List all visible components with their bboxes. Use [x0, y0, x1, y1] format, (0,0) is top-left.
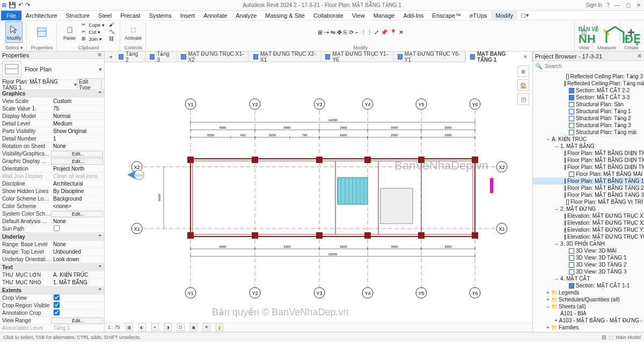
- worksets-icon[interactable]: ⛓: [602, 335, 606, 340]
- home-icon[interactable]: 🏠: [517, 79, 529, 91]
- rotate-icon[interactable]: ⟳: [349, 29, 354, 36]
- properties-button[interactable]: [33, 21, 50, 43]
- property-row[interactable]: Range: Base LevelNone: [0, 241, 104, 248]
- minimize-icon[interactable]: —: [614, 2, 620, 9]
- expand-icon[interactable]: –: [554, 276, 559, 282]
- property-row[interactable]: View ScaleCustom: [0, 98, 104, 105]
- tree-node[interactable]: Floor Plan: MẶT BẰNG DIỆN TÍCH PHÒI: [533, 150, 644, 157]
- modify-tool-button[interactable]: Modify: [5, 21, 23, 43]
- property-row[interactable]: Color Scheme<none>: [0, 203, 104, 210]
- view-tab[interactable]: MẶT BẰNG TẦNG 1✕: [465, 49, 532, 64]
- expand-icon[interactable]: +: [546, 331, 550, 332]
- tabs-scroll-left-icon[interactable]: ◂: [107, 53, 114, 60]
- qat-save-icon[interactable]: 💾: [9, 2, 16, 9]
- tree-node[interactable]: Elevation: MẶT ĐỨNG TRỤC X2-X1: [533, 219, 644, 226]
- tree-node[interactable]: Floor Plan: MẶT BẰNG TẦNG 3: [533, 191, 644, 198]
- tree-node[interactable]: 3D View: 3D MÁI: [533, 247, 644, 254]
- menu-steel[interactable]: Steel: [94, 11, 116, 20]
- properties-close-icon[interactable]: ✕: [97, 51, 102, 58]
- menu-annotate[interactable]: Annotate: [199, 11, 231, 20]
- tree-node[interactable]: Section: MẶT CẮT 1-1: [533, 282, 644, 289]
- property-row[interactable]: Color Scheme LocationBackground: [0, 195, 104, 203]
- property-row[interactable]: Associated LevelTầng 1: [0, 324, 104, 332]
- delete-icon[interactable]: ✕: [399, 29, 404, 36]
- demolish-button[interactable]: 🔨: [108, 29, 116, 35]
- property-row[interactable]: Visibility/Graphics Overr…Edit...: [0, 150, 104, 158]
- menu-systems[interactable]: Systems: [144, 11, 175, 20]
- property-row[interactable]: Detail LevelMedium: [0, 120, 104, 128]
- array-icon[interactable]: ⋮⋮: [361, 29, 372, 36]
- tree-node[interactable]: Structural Plan: Tầng 1: [533, 108, 644, 115]
- tree-node[interactable]: Elevation: MẶT ĐỨNG TRỤC Y1-Y6: [533, 226, 644, 233]
- crop-view-icon[interactable]: ⊡: [177, 323, 185, 331]
- expand-icon[interactable]: –: [546, 136, 550, 142]
- hide-isolate-icon[interactable]: 👁: [203, 323, 210, 331]
- help-icon[interactable]: ?: [606, 2, 610, 8]
- menu-modify[interactable]: Modify: [492, 11, 517, 20]
- tree-node[interactable]: –A. KIẾN TRÚC: [533, 136, 644, 143]
- tree-node[interactable]: Floor Plan: MẶT BẰNG TẦNG 2: [533, 184, 644, 191]
- tree-node[interactable]: –2. MẶT ĐỨNG: [533, 205, 644, 212]
- type-selector[interactable]: Floor Plan ▾: [0, 59, 104, 80]
- cut-button[interactable]: ✂Cut ▾: [80, 29, 106, 35]
- property-row[interactable]: THƯ MỤC NHỎ1. MẶT BẰNG: [0, 279, 104, 286]
- split-button[interactable]: ⛓: [108, 36, 116, 42]
- viewcube-icon[interactable]: ◳: [517, 93, 529, 105]
- property-row[interactable]: Rotation on SheetNone: [0, 143, 104, 150]
- property-row[interactable]: Scale Value 1:75: [0, 105, 104, 113]
- visual-style-icon[interactable]: ◐: [138, 323, 146, 331]
- property-row[interactable]: Display ModelNormal: [0, 113, 104, 120]
- property-row[interactable]: Parts VisibilityShow Original: [0, 128, 104, 135]
- property-row[interactable]: Crop View: [0, 294, 104, 302]
- tree-node[interactable]: –4. MẶT CẮT: [533, 275, 644, 282]
- tree-node[interactable]: Floor Plan: MẶT BẰNG VỊ TRÍ: [533, 198, 644, 205]
- property-row[interactable]: OrientationProject North: [0, 165, 104, 173]
- signin-link[interactable]: Sign In: [586, 2, 602, 8]
- scale-icon[interactable]: ⤢: [374, 29, 379, 36]
- view-tab[interactable]: MẶT ĐỨNG TRỤC Y1-Y6: [321, 49, 393, 64]
- tree-node[interactable]: Structural Plan: Tầng mái: [533, 129, 644, 136]
- browser-close-icon[interactable]: ✕: [637, 53, 642, 60]
- tree-node[interactable]: +📁Legends: [533, 289, 644, 296]
- expand-icon[interactable]: +: [546, 290, 550, 296]
- tree-node[interactable]: Floor Plan: MẶT BẰNG DIỆN TÍCH SÀN: [533, 164, 644, 171]
- menu-etups[interactable]: eTUps: [465, 11, 491, 20]
- close-icon[interactable]: ✕: [635, 2, 642, 9]
- expand-icon[interactable]: –: [546, 304, 550, 309]
- property-row[interactable]: View RangeEdit...: [0, 317, 104, 324]
- unpin-icon[interactable]: 📍: [390, 29, 397, 36]
- menu-insert[interactable]: Insert: [176, 11, 200, 20]
- view-tab[interactable]: Tầng 3: [145, 49, 177, 64]
- property-row[interactable]: System Color SchemesEdit...: [0, 210, 104, 218]
- move-icon[interactable]: ✥: [337, 29, 342, 36]
- property-row[interactable]: Underlay OrientationLook down: [0, 256, 104, 263]
- property-row[interactable]: DisciplineArchitectural: [0, 180, 104, 188]
- property-row[interactable]: Crop Region Visible: [0, 302, 104, 309]
- maximize-icon[interactable]: ▢: [625, 2, 631, 9]
- tree-node[interactable]: –1. MẶT BẰNG: [533, 143, 644, 150]
- tree-node[interactable]: Reflected Ceiling Plan: Tầng 3: [533, 73, 644, 80]
- menu-analyze[interactable]: Analyze: [231, 11, 261, 20]
- tree-node[interactable]: Floor Plan: MẶT BẰNG MÁI: [533, 171, 644, 178]
- navwheel-icon[interactable]: ⊕: [517, 65, 529, 77]
- expand-icon[interactable]: –: [554, 206, 559, 212]
- menu-architecture[interactable]: Architecture: [21, 11, 62, 20]
- activate-button[interactable]: ⬚ Activate: [125, 21, 142, 43]
- detail-level-icon[interactable]: ▦: [126, 323, 133, 331]
- file-menu[interactable]: File: [1, 11, 21, 20]
- menu-addins[interactable]: Add-Ins: [399, 11, 428, 20]
- menu-precast[interactable]: Precast: [116, 11, 144, 20]
- property-row[interactable]: Wall Join DisplayClean all wall joins: [0, 173, 104, 180]
- edit-type-button[interactable]: Edit Type: [77, 78, 102, 91]
- menu-manage[interactable]: Manage: [369, 11, 399, 20]
- menu-massingsite[interactable]: Massing & Site: [261, 11, 309, 20]
- menu-structure[interactable]: Structure: [61, 11, 94, 20]
- expand-icon[interactable]: +: [546, 324, 550, 330]
- expand-icon[interactable]: –: [554, 241, 559, 247]
- tree-node[interactable]: +📁Schedules/Quantities (all): [533, 296, 644, 303]
- tab-close-icon[interactable]: ✕: [523, 54, 528, 60]
- qat-undo-icon[interactable]: ↶: [18, 2, 23, 9]
- tree-node[interactable]: +📁Families: [533, 324, 644, 331]
- reveal-hidden-icon[interactable]: 💡: [216, 323, 223, 331]
- tree-node[interactable]: –3. 3D PHỐI CẢNH: [533, 240, 644, 247]
